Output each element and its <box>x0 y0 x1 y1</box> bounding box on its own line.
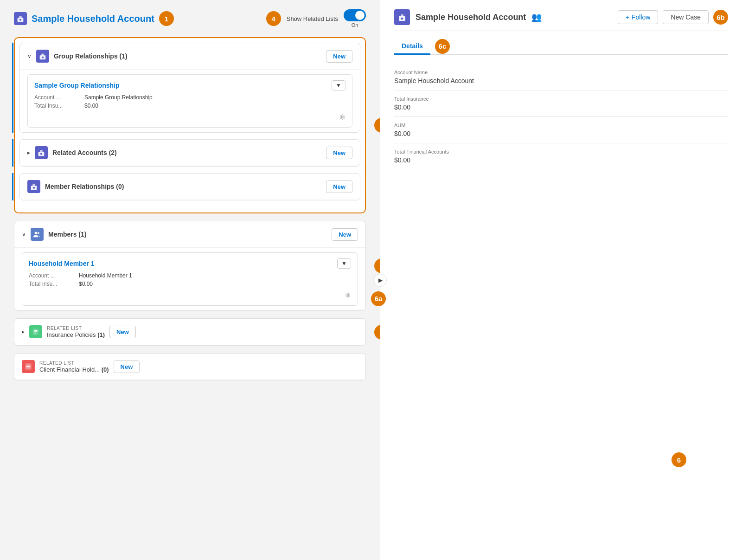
mem-field2-value: $0.00 <box>79 281 351 287</box>
right-panel-org-icon: 👥 <box>531 12 542 22</box>
annotation-2: 2 <box>374 118 380 133</box>
sample-group-relationship-dropdown[interactable]: ▼ <box>332 80 345 90</box>
field-aum-value: $0.00 <box>394 130 728 137</box>
svg-rect-10 <box>32 184 35 187</box>
right-panel: Sample Household Account 👥 + Follow New … <box>380 0 742 560</box>
members-chevron[interactable]: ∨ <box>22 231 26 238</box>
field-account-name-value: Sample Household Account <box>394 77 728 84</box>
detail-fields: Account Name Sample Household Account To… <box>394 64 728 169</box>
show-related-label: Show Related Lists <box>287 15 338 22</box>
members-item-0-fields: Account ... Household Member 1 Total Ins… <box>29 272 351 287</box>
splitter-arrow[interactable]: ▶ <box>374 274 387 287</box>
member-relationships-section: Member Relationships (0) New <box>19 173 360 200</box>
member-relationships-card: Member Relationships (0) New <box>19 173 360 200</box>
client-financial-holdings-icon <box>22 360 35 373</box>
right-header-left: Sample Household Account 👥 <box>394 9 542 25</box>
group-relationships-item-0-title-row: Sample Group Relationship ▼ <box>34 80 345 90</box>
field-total-financial-accounts: Total Financial Accounts $0.00 <box>394 143 728 169</box>
gr-hierarchy-icon[interactable]: ⚛ <box>339 113 345 122</box>
insurance-policies-new-button[interactable]: New <box>109 326 136 338</box>
client-financial-new-button[interactable]: New <box>114 360 140 373</box>
related-accounts-card: ▸ Related Accounts (2) New <box>19 139 360 167</box>
members-item-0: Household Member 1 ▼ Account ... Househo… <box>22 252 358 306</box>
annotation-4: 4 <box>266 11 281 26</box>
client-financial-holdings-header: Related List Client Financial Hold... (0… <box>14 354 365 380</box>
svg-point-12 <box>35 232 37 234</box>
field-account-name: Account Name Sample Household Account <box>394 64 728 90</box>
right-header-actions: + Follow New Case 6b <box>618 10 728 25</box>
members-title: Members (1) <box>48 231 327 238</box>
new-case-button[interactable]: New Case <box>663 10 709 24</box>
mem-field2-label: Total Insu... <box>29 281 75 287</box>
annotation-6: 6 <box>672 452 686 467</box>
svg-rect-2 <box>19 19 21 21</box>
right-header: Sample Household Account 👥 + Follow New … <box>394 9 728 31</box>
page-header-right: 4 Show Related Lists On <box>266 9 366 28</box>
related-accounts-new-button[interactable]: New <box>326 147 352 159</box>
household-member-1-dropdown[interactable]: ▼ <box>337 258 351 269</box>
gr-item-footer: ⚛ <box>34 113 345 122</box>
members-new-button[interactable]: New <box>332 228 358 241</box>
page-header: Sample Household Account 1 4 Show Relate… <box>14 9 366 28</box>
sample-group-relationship-link[interactable]: Sample Group Relationship <box>34 82 120 89</box>
svg-rect-11 <box>33 187 35 189</box>
svg-rect-7 <box>40 150 42 153</box>
svg-rect-5 <box>42 57 44 58</box>
svg-rect-1 <box>19 16 21 19</box>
field-account-name-label: Account Name <box>394 70 728 75</box>
gr-field1-value: Sample Group Relationship <box>84 94 345 101</box>
annotation-6c: 6c <box>435 39 450 54</box>
related-accounts-header: ▸ Related Accounts (2) New <box>20 140 360 166</box>
group-relationships-item-0: Sample Group Relationship ▼ Account ... … <box>27 74 352 128</box>
highlighted-group: ∨ Group Relationships (1) New <box>14 37 366 213</box>
show-related-toggle[interactable] <box>344 9 366 21</box>
group-relationships-item-0-fields: Account ... Sample Group Relationship To… <box>34 94 345 109</box>
mem-hierarchy-icon[interactable]: ⚛ <box>345 291 351 300</box>
members-card: ∨ Members (1) New <box>14 221 366 311</box>
annotation-1: 1 <box>159 11 174 26</box>
related-accounts-chevron[interactable]: ▸ <box>27 149 30 156</box>
field-total-financial-accounts-value: $0.00 <box>394 156 728 164</box>
page-title: Sample Household Account <box>32 13 154 24</box>
page-icon <box>14 12 27 25</box>
field-total-insurance-value: $0.00 <box>394 103 728 111</box>
client-financial-sub-label: Related List <box>39 360 109 366</box>
group-relationships-title: Group Relationships (1) <box>54 52 321 60</box>
related-accounts-title: Related Accounts (2) <box>52 149 321 156</box>
insurance-policies-chevron[interactable]: ▸ <box>22 328 25 335</box>
related-accounts-section: ▸ Related Accounts (2) New <box>19 139 360 167</box>
client-financial-title: Client Financial Hold... (0) <box>39 366 109 373</box>
tab-details-label: Details <box>402 42 423 50</box>
group-relationships-header: ∨ Group Relationships (1) New <box>20 43 360 70</box>
members-header: ∨ Members (1) New <box>14 221 365 248</box>
svg-rect-22 <box>401 14 403 17</box>
related-lists-container: ∨ Group Relationships (1) New <box>14 37 366 380</box>
client-financial-holdings-section: Related List Client Financial Hold... (0… <box>14 353 366 380</box>
right-panel-title: Sample Household Account <box>416 13 526 22</box>
follow-button[interactable]: + Follow <box>618 10 659 24</box>
member-relationships-icon <box>27 180 40 193</box>
left-panel: Sample Household Account 1 4 Show Relate… <box>0 0 380 560</box>
household-member-1-link[interactable]: Household Member 1 <box>29 260 95 267</box>
follow-plus-icon: + <box>626 13 629 21</box>
right-section: ▶ 6a Sample Household Account <box>380 0 742 560</box>
field-aum-label: AUM <box>394 122 728 128</box>
member-relationships-header: Member Relationships (0) New <box>20 174 360 200</box>
field-total-insurance: Total Insurance $0.00 <box>394 90 728 117</box>
app-container: Sample Household Account 1 4 Show Relate… <box>0 0 742 560</box>
group-relationships-section: ∨ Group Relationships (1) New <box>19 43 360 133</box>
insurance-policies-title: Insurance Policies (1) <box>47 331 105 338</box>
mem-item-footer: ⚛ <box>29 291 351 300</box>
tab-details[interactable]: Details <box>394 39 430 55</box>
toggle-container[interactable]: On <box>344 9 366 28</box>
members-icon <box>31 228 44 241</box>
toggle-on-label: On <box>352 22 358 28</box>
detail-icon <box>394 9 410 25</box>
toggle-thumb <box>355 11 365 20</box>
group-relationships-new-button[interactable]: New <box>326 50 352 63</box>
member-relationships-new-button[interactable]: New <box>326 180 352 193</box>
gr-field2-label: Total Insu... <box>34 103 81 109</box>
group-relationships-chevron[interactable]: ∨ <box>27 53 32 59</box>
insurance-policies-icon <box>29 325 42 338</box>
related-accounts-icon <box>35 146 48 159</box>
